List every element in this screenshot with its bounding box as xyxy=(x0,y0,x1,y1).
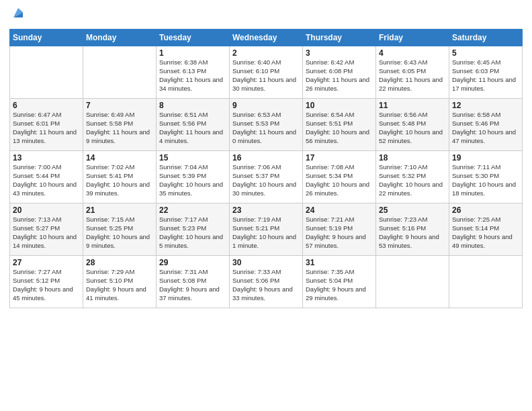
day-info: Sunrise: 7:02 AMSunset: 5:41 PMDaylight:… xyxy=(86,163,153,197)
day-info: Sunrise: 6:49 AMSunset: 5:58 PMDaylight:… xyxy=(86,111,153,145)
calendar-cell: 6Sunrise: 6:47 AMSunset: 6:01 PMDaylight… xyxy=(10,99,83,151)
calendar-cell: 24Sunrise: 7:21 AMSunset: 5:19 PMDayligh… xyxy=(303,203,376,256)
calendar-cell xyxy=(376,256,449,308)
day-info: Sunrise: 7:06 AMSunset: 5:37 PMDaylight:… xyxy=(232,163,300,197)
calendar-cell: 23Sunrise: 7:19 AMSunset: 5:21 PMDayligh… xyxy=(230,203,303,256)
calendar-table: SundayMondayTuesdayWednesdayThursdayFrid… xyxy=(9,29,523,308)
weekday-thursday: Thursday xyxy=(303,30,376,46)
weekday-saturday: Saturday xyxy=(449,30,523,46)
day-info: Sunrise: 6:38 AMSunset: 6:13 PMDaylight:… xyxy=(159,58,226,93)
calendar-cell: 4Sunrise: 6:43 AMSunset: 6:05 PMDaylight… xyxy=(376,46,449,99)
day-number: 19 xyxy=(452,153,519,163)
day-number: 10 xyxy=(306,101,373,110)
day-info: Sunrise: 7:13 AMSunset: 5:27 PMDaylight:… xyxy=(13,216,80,250)
day-number: 18 xyxy=(379,153,446,163)
calendar-cell: 1Sunrise: 6:38 AMSunset: 6:13 PMDaylight… xyxy=(157,46,230,99)
day-info: Sunrise: 7:10 AMSunset: 5:32 PMDaylight:… xyxy=(379,163,446,197)
calendar-cell: 17Sunrise: 7:08 AMSunset: 5:34 PMDayligh… xyxy=(303,151,376,203)
calendar-cell: 9Sunrise: 6:53 AMSunset: 5:53 PMDaylight… xyxy=(230,99,303,151)
calendar-cell: 30Sunrise: 7:33 AMSunset: 5:06 PMDayligh… xyxy=(230,256,303,308)
day-info: Sunrise: 7:17 AMSunset: 5:23 PMDaylight:… xyxy=(159,216,226,250)
calendar-week-1: 1Sunrise: 6:38 AMSunset: 6:13 PMDaylight… xyxy=(10,46,523,99)
day-info: Sunrise: 6:45 AMSunset: 6:03 PMDaylight:… xyxy=(452,58,519,93)
day-info: Sunrise: 6:54 AMSunset: 5:51 PMDaylight:… xyxy=(306,111,373,145)
calendar-week-3: 13Sunrise: 7:00 AMSunset: 5:44 PMDayligh… xyxy=(10,151,523,203)
calendar-cell: 3Sunrise: 6:42 AMSunset: 6:08 PMDaylight… xyxy=(303,46,376,99)
calendar-cell: 27Sunrise: 7:27 AMSunset: 5:12 PMDayligh… xyxy=(10,256,83,308)
day-info: Sunrise: 7:15 AMSunset: 5:25 PMDaylight:… xyxy=(86,216,153,250)
day-info: Sunrise: 7:27 AMSunset: 5:12 PMDaylight:… xyxy=(13,268,80,302)
day-number: 6 xyxy=(13,101,80,110)
calendar-week-4: 20Sunrise: 7:13 AMSunset: 5:27 PMDayligh… xyxy=(10,203,523,256)
day-number: 3 xyxy=(306,48,373,58)
weekday-sunday: Sunday xyxy=(10,30,83,46)
logo xyxy=(9,7,26,24)
calendar-cell: 7Sunrise: 6:49 AMSunset: 5:58 PMDaylight… xyxy=(83,99,157,151)
day-number: 20 xyxy=(13,205,80,215)
day-number: 28 xyxy=(86,258,153,267)
logo-icon xyxy=(11,5,26,20)
day-number: 23 xyxy=(232,205,300,215)
day-info: Sunrise: 7:19 AMSunset: 5:21 PMDaylight:… xyxy=(232,216,300,250)
calendar-cell: 21Sunrise: 7:15 AMSunset: 5:25 PMDayligh… xyxy=(83,203,157,256)
day-number: 5 xyxy=(452,48,519,58)
calendar-cell xyxy=(449,256,523,308)
weekday-friday: Friday xyxy=(376,30,449,46)
day-number: 25 xyxy=(379,205,446,215)
day-number: 13 xyxy=(13,153,80,163)
calendar-cell: 11Sunrise: 6:56 AMSunset: 5:48 PMDayligh… xyxy=(376,99,449,151)
day-info: Sunrise: 7:25 AMSunset: 5:14 PMDaylight:… xyxy=(452,216,519,250)
weekday-header-row: SundayMondayTuesdayWednesdayThursdayFrid… xyxy=(10,30,523,46)
day-number: 16 xyxy=(232,153,300,163)
day-number: 26 xyxy=(452,205,519,215)
calendar-cell: 8Sunrise: 6:51 AMSunset: 5:56 PMDaylight… xyxy=(157,99,230,151)
calendar-cell xyxy=(83,46,157,99)
day-info: Sunrise: 6:53 AMSunset: 5:53 PMDaylight:… xyxy=(232,111,300,145)
day-number: 17 xyxy=(306,153,373,163)
day-number: 7 xyxy=(86,101,153,110)
weekday-monday: Monday xyxy=(83,30,157,46)
day-info: Sunrise: 7:11 AMSunset: 5:30 PMDaylight:… xyxy=(452,163,519,197)
day-info: Sunrise: 7:29 AMSunset: 5:10 PMDaylight:… xyxy=(86,268,153,302)
day-number: 14 xyxy=(86,153,153,163)
day-info: Sunrise: 6:43 AMSunset: 6:05 PMDaylight:… xyxy=(379,58,446,93)
day-number: 22 xyxy=(159,205,226,215)
calendar-cell: 5Sunrise: 6:45 AMSunset: 6:03 PMDaylight… xyxy=(449,46,523,99)
weekday-wednesday: Wednesday xyxy=(230,30,303,46)
calendar-cell: 20Sunrise: 7:13 AMSunset: 5:27 PMDayligh… xyxy=(10,203,83,256)
day-info: Sunrise: 7:31 AMSunset: 5:08 PMDaylight:… xyxy=(159,268,226,302)
day-info: Sunrise: 7:23 AMSunset: 5:16 PMDaylight:… xyxy=(379,216,446,250)
calendar-week-2: 6Sunrise: 6:47 AMSunset: 6:01 PMDaylight… xyxy=(10,99,523,151)
day-number: 8 xyxy=(159,101,226,110)
day-info: Sunrise: 6:40 AMSunset: 6:10 PMDaylight:… xyxy=(232,58,300,93)
day-number: 4 xyxy=(379,48,446,58)
day-number: 29 xyxy=(159,258,226,267)
calendar-cell: 22Sunrise: 7:17 AMSunset: 5:23 PMDayligh… xyxy=(157,203,230,256)
day-info: Sunrise: 7:35 AMSunset: 5:04 PMDaylight:… xyxy=(306,268,373,302)
calendar-cell: 15Sunrise: 7:04 AMSunset: 5:39 PMDayligh… xyxy=(157,151,230,203)
calendar-cell: 31Sunrise: 7:35 AMSunset: 5:04 PMDayligh… xyxy=(303,256,376,308)
day-info: Sunrise: 6:42 AMSunset: 6:08 PMDaylight:… xyxy=(306,58,373,93)
calendar-cell: 2Sunrise: 6:40 AMSunset: 6:10 PMDaylight… xyxy=(230,46,303,99)
day-number: 11 xyxy=(379,101,446,110)
day-info: Sunrise: 7:21 AMSunset: 5:19 PMDaylight:… xyxy=(306,216,373,250)
calendar-cell: 14Sunrise: 7:02 AMSunset: 5:41 PMDayligh… xyxy=(83,151,157,203)
calendar-cell xyxy=(10,46,83,99)
calendar-cell: 28Sunrise: 7:29 AMSunset: 5:10 PMDayligh… xyxy=(83,256,157,308)
day-info: Sunrise: 7:00 AMSunset: 5:44 PMDaylight:… xyxy=(13,163,80,197)
day-number: 21 xyxy=(86,205,153,215)
calendar-week-5: 27Sunrise: 7:27 AMSunset: 5:12 PMDayligh… xyxy=(10,256,523,308)
day-number: 15 xyxy=(159,153,226,163)
day-info: Sunrise: 6:47 AMSunset: 6:01 PMDaylight:… xyxy=(13,111,80,145)
page-header xyxy=(9,7,523,24)
day-number: 31 xyxy=(306,258,373,267)
day-info: Sunrise: 6:51 AMSunset: 5:56 PMDaylight:… xyxy=(159,111,226,145)
day-number: 1 xyxy=(159,48,226,58)
day-number: 24 xyxy=(306,205,373,215)
logo-general xyxy=(9,7,26,24)
calendar-cell: 10Sunrise: 6:54 AMSunset: 5:51 PMDayligh… xyxy=(303,99,376,151)
calendar-cell: 25Sunrise: 7:23 AMSunset: 5:16 PMDayligh… xyxy=(376,203,449,256)
day-number: 27 xyxy=(13,258,80,267)
day-info: Sunrise: 7:33 AMSunset: 5:06 PMDaylight:… xyxy=(232,268,300,302)
day-info: Sunrise: 7:04 AMSunset: 5:39 PMDaylight:… xyxy=(159,163,226,197)
